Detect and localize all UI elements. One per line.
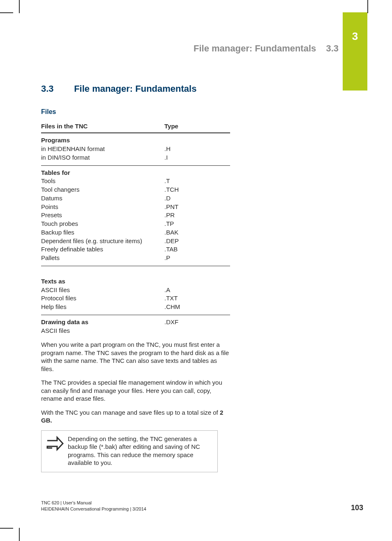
table-row: Pallets.P [41, 254, 230, 262]
table-header-name: Files in the TNC [41, 120, 164, 133]
table-cell-type: .T [164, 177, 230, 186]
table-cell-type: .H [164, 145, 230, 153]
subsection-heading: Files [41, 108, 230, 116]
table-group-lead-type [164, 133, 230, 145]
table-cell-type: .I [164, 153, 230, 162]
table-cell-name: Points [41, 203, 164, 211]
table-cell-name: ASCII files [41, 327, 164, 335]
table-cell-type: .TXT [164, 294, 230, 303]
table-cell-name: Tools [41, 177, 164, 186]
table-group-lead: Tables for [41, 165, 164, 177]
table-cell-name: Help files [41, 303, 164, 311]
table-group-lead: Drawing data as [41, 315, 164, 326]
table-cell-name: Backup files [41, 228, 164, 237]
arrow-right-icon [46, 435, 68, 467]
table-cell-type: .TP [164, 220, 230, 228]
table-group-lead-type [164, 165, 230, 177]
crop-mark [0, 12, 13, 13]
table-cell-type: .P [164, 254, 230, 262]
table-row: ASCII files.A [41, 286, 230, 295]
crop-mark [0, 528, 13, 529]
section-number: 3.3 [41, 83, 71, 95]
table-cell-type [164, 327, 230, 335]
table-cell-type: .BAK [164, 228, 230, 237]
table-cell-name: Pallets [41, 254, 164, 262]
table-row: Points.PNT [41, 203, 230, 211]
table-group-lead-type: .DXF [164, 315, 230, 326]
table-cell-name: ASCII files [41, 286, 164, 295]
table-row: Help files.CHM [41, 303, 230, 311]
table-cell-name: Dependent files (e.g. structure items) [41, 237, 164, 246]
chapter-tab-number: 3 [352, 30, 358, 42]
table-cell-type: .TCH [164, 186, 230, 194]
paragraph: The TNC provides a special file manageme… [41, 378, 230, 403]
table-cell-name: in DIN/ISO format [41, 153, 164, 162]
table-cell-name: in HEIDENHAIN format [41, 145, 164, 153]
crop-mark [367, 0, 368, 13]
table-row: ASCII files [41, 327, 230, 335]
table-cell-name: Datums [41, 194, 164, 203]
table-group-lead-type [164, 274, 230, 286]
note-box: Depending on the setting, the TNC genera… [41, 430, 218, 472]
table-cell-type: .DEP [164, 237, 230, 246]
running-head: File manager: Fundamentals 3.3 [41, 43, 339, 54]
table-cell-type: .TAB [164, 245, 230, 254]
table-cell-name: Tool changers [41, 186, 164, 194]
page-number: 103 [351, 503, 363, 513]
section-heading: 3.3 File manager: Fundamentals [41, 83, 230, 95]
table-row: Datums.D [41, 194, 230, 203]
page: 3 File manager: Fundamentals 3.3 3.3 Fil… [0, 0, 392, 541]
table-cell-name: Protocol files [41, 294, 164, 303]
table-row: Freely definable tables.TAB [41, 245, 230, 254]
table-row: Touch probes.TP [41, 220, 230, 228]
chapter-tab: 3 [343, 12, 367, 91]
paragraph: When you write a part program on the TNC… [41, 341, 230, 373]
content: 3.3 File manager: Fundamentals Files Fil… [41, 83, 230, 472]
crop-mark [19, 0, 20, 13]
table-cell-type: .PNT [164, 203, 230, 211]
section-title: File manager: Fundamentals [74, 84, 196, 94]
table-header-type: Type [164, 120, 230, 133]
paragraph: With the TNC you can manage and save fil… [41, 409, 230, 425]
table-row: Backup files.BAK [41, 228, 230, 237]
table-cell-name: Presets [41, 211, 164, 220]
table-row: Tool changers.TCH [41, 186, 230, 194]
table-cell-type: .CHM [164, 303, 230, 311]
table-cell-name: Touch probes [41, 220, 164, 228]
table-group-lead: Programs [41, 133, 164, 145]
table-cell-type: .A [164, 286, 230, 295]
paragraph-text: With the TNC you can manage and save fil… [41, 409, 220, 416]
table-group-lead: Texts as [41, 274, 164, 286]
table-row: Tools.T [41, 177, 230, 186]
running-head-title: File manager: Fundamentals [194, 43, 316, 53]
table-cell-name: Freely definable tables [41, 245, 164, 254]
crop-mark [19, 528, 20, 541]
note-text: Depending on the setting, the TNC genera… [68, 435, 212, 467]
table-row: Protocol files.TXT [41, 294, 230, 303]
file-types-table: Files in the TNC Type Programsin HEIDENH… [41, 120, 230, 335]
footer-line-2: HEIDENHAIN Conversational Programming | … [41, 506, 146, 512]
running-head-number: 3.3 [326, 43, 339, 53]
footer: TNC 620 | User's Manual HEIDENHAIN Conve… [41, 500, 146, 512]
table-cell-type: .D [164, 194, 230, 203]
table-cell-type: .PR [164, 211, 230, 220]
table-row: in DIN/ISO format.I [41, 153, 230, 162]
footer-line-1: TNC 620 | User's Manual [41, 500, 146, 506]
table-row: Dependent files (e.g. structure items).D… [41, 237, 230, 246]
table-row: in HEIDENHAIN format.H [41, 145, 230, 153]
table-row: Presets.PR [41, 211, 230, 220]
